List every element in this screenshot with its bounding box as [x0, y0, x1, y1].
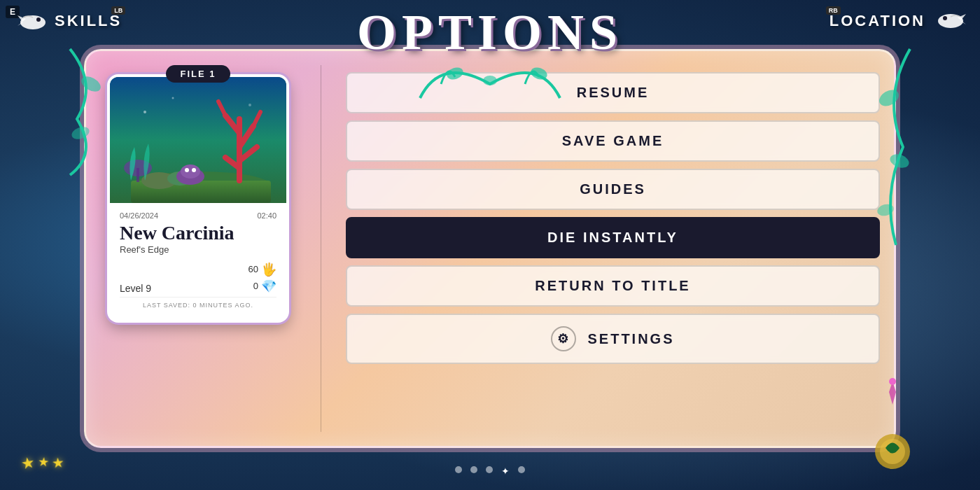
- gem-icon: 💎: [261, 279, 276, 294]
- save-sublocation: Reef's Edge: [120, 244, 276, 255]
- vine-right: [868, 42, 924, 252]
- dot-3: [486, 466, 493, 473]
- save-card-info: 04/26/2024 02:40 New Carcinia Reef's Edg…: [110, 203, 286, 320]
- settings-icon: ⚙: [551, 326, 576, 351]
- resource-row-2: 0 💎: [253, 279, 276, 294]
- svg-point-6: [876, 87, 902, 109]
- svg-point-3: [445, 65, 465, 81]
- dot-1: [455, 466, 462, 473]
- save-stats: Level 9 60 🖐 0 💎: [120, 262, 276, 294]
- save-game-button[interactable]: SAVE GAME: [346, 120, 880, 162]
- resource-1-value: 60: [248, 264, 258, 274]
- svg-point-21: [185, 168, 189, 172]
- dot-star: ✦: [501, 466, 510, 476]
- save-meta: 04/26/2024 02:40: [120, 211, 276, 220]
- location-label: LOCATION: [830, 12, 925, 29]
- return-to-title-button[interactable]: RETURN TO TITLE: [346, 265, 880, 307]
- pagination-dots: ✦: [0, 466, 980, 476]
- bottom-right-deco: [854, 413, 910, 469]
- settings-button[interactable]: ⚙ SETTINGS: [346, 314, 880, 364]
- last-saved-text: LAST SAVED: 0 MINUTES AGO.: [120, 297, 276, 312]
- svg-rect-24: [136, 168, 139, 182]
- save-date: 04/26/2024: [120, 211, 158, 220]
- dot-2: [470, 466, 477, 473]
- page-title: OPTIONS: [357, 4, 623, 60]
- rb-badge: RB: [826, 6, 841, 15]
- svg-point-5: [483, 76, 497, 85]
- guides-button[interactable]: GUIDES: [346, 169, 880, 210]
- panel-content: FILE 1: [100, 65, 880, 432]
- divider: [321, 65, 321, 432]
- svg-point-27: [248, 104, 251, 106]
- file-badge: FILE 1: [166, 65, 230, 83]
- resource-row-1: 60 🖐: [248, 262, 276, 277]
- dot-5: [518, 466, 525, 473]
- svg-point-7: [888, 152, 911, 170]
- svg-point-26: [172, 97, 174, 99]
- die-instantly-button[interactable]: DIE INSTANTLY: [346, 217, 880, 258]
- save-card-area: FILE 1: [100, 65, 296, 323]
- nav-right[interactable]: RB LOCATION: [830, 8, 966, 33]
- svg-point-8: [876, 202, 895, 218]
- card-scene-svg: [110, 77, 286, 203]
- vine-left: [56, 42, 112, 182]
- small-item-right: [882, 378, 903, 406]
- save-resources: 60 🖐 0 💎: [248, 262, 276, 294]
- svg-point-9: [79, 74, 104, 95]
- fish-icon-right: [931, 8, 966, 33]
- hand-icon: 🖐: [261, 262, 276, 277]
- svg-point-30: [889, 378, 896, 385]
- svg-point-25: [144, 111, 146, 113]
- save-card-image: [110, 77, 286, 203]
- save-time: 02:40: [257, 211, 276, 220]
- svg-point-20: [181, 164, 200, 178]
- settings-label: SETTINGS: [587, 331, 674, 347]
- save-card: 04/26/2024 02:40 New Carcinia Reef's Edg…: [107, 74, 289, 323]
- gear-icon: ⚙: [557, 331, 570, 346]
- save-location-name: New Carcinia: [120, 223, 276, 244]
- svg-point-22: [192, 168, 196, 172]
- svg-point-13: [943, 16, 947, 20]
- save-level: Level 9: [120, 283, 151, 294]
- resource-2-value: 0: [253, 281, 258, 291]
